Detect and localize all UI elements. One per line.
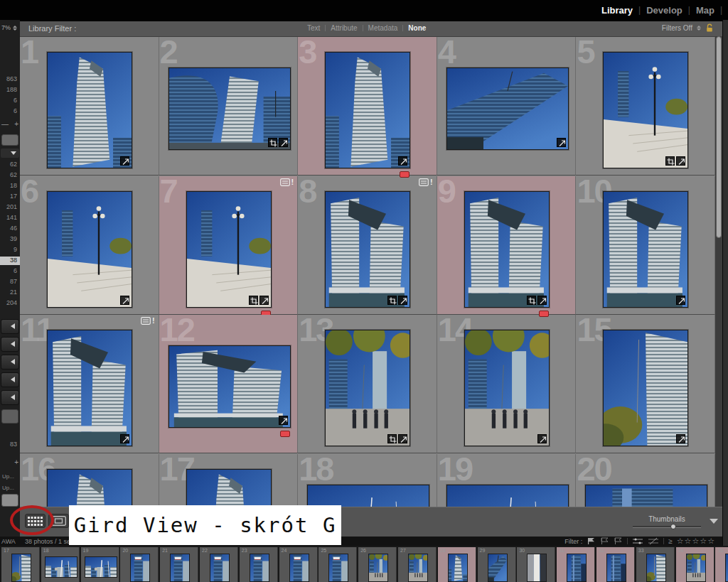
folder-count[interactable]: 62 xyxy=(1,161,17,169)
folder-count[interactable]: 46 xyxy=(1,225,17,233)
red-color-label[interactable] xyxy=(280,431,290,437)
adjustment-badge-icon[interactable] xyxy=(537,296,547,305)
filter-option-text[interactable]: Text xyxy=(307,24,320,32)
filmstrip-thumbnail[interactable] xyxy=(250,554,269,582)
grid-cell-15[interactable]: 15 xyxy=(576,315,715,453)
photo-thumbnail[interactable] xyxy=(168,68,291,150)
metadata-warning-badges[interactable]: ! xyxy=(280,178,294,186)
publish-panel-header[interactable]: + xyxy=(1,458,18,466)
filmstrip-cell-33[interactable]: 33 xyxy=(636,547,675,582)
grid-cell-20[interactable]: 20 xyxy=(576,454,715,508)
folder-disclosure-row[interactable] xyxy=(1,149,19,158)
filmstrip-cell-22[interactable]: 22 xyxy=(200,547,238,582)
crop-badge-icon[interactable] xyxy=(387,434,397,443)
grid-cell-5[interactable]: 5 xyxy=(576,37,715,176)
filmstrip-cell-20[interactable]: 20 xyxy=(120,547,159,582)
collapsed-panel-arrow-button[interactable] xyxy=(1,390,19,405)
crop-badge-icon[interactable] xyxy=(527,296,536,305)
grid-cell-12[interactable]: 12 xyxy=(159,315,299,453)
filmstrip-thumbnail[interactable] xyxy=(725,554,728,582)
edits-filter-off-icon[interactable] xyxy=(648,537,659,545)
filmstrip-cell-25[interactable]: 25 xyxy=(318,547,357,582)
filmstrip-cell-29[interactable]: 29 xyxy=(478,547,516,582)
filmstrip-thumbnail[interactable] xyxy=(85,556,117,578)
grid-cell-17[interactable]: 17 xyxy=(159,454,299,508)
adjustment-badge-icon[interactable] xyxy=(398,296,407,305)
photo-thumbnail[interactable] xyxy=(446,485,569,508)
photo-thumbnail[interactable] xyxy=(307,485,429,508)
grid-scrollbar[interactable] xyxy=(715,36,722,507)
photo-thumbnail[interactable] xyxy=(325,52,410,168)
grid-cell-8[interactable]: 8! xyxy=(298,176,437,315)
adjustment-badge-icon[interactable] xyxy=(676,434,685,443)
volume-bar[interactable] xyxy=(1,134,18,146)
filter-option-metadata[interactable]: Metadata xyxy=(368,24,398,32)
folder-count[interactable]: 18 xyxy=(1,182,17,190)
module-develop[interactable]: Develop xyxy=(646,5,682,16)
grid-cell-16[interactable]: 16 xyxy=(20,454,159,508)
thumbnails-slider[interactable]: Thumbnails xyxy=(633,515,701,528)
folder-row-selected[interactable]: 38 xyxy=(0,257,20,265)
filmstrip-cell-30[interactable]: 30 xyxy=(517,547,555,582)
filmstrip-thumbnail[interactable] xyxy=(527,554,547,582)
filters-off-dropdown[interactable]: Filters Off xyxy=(662,24,692,32)
folders-panel-header[interactable]: —+ xyxy=(1,120,18,128)
filter-option-none[interactable]: None xyxy=(408,24,426,32)
metadata-warning-badges[interactable]: ! xyxy=(419,178,433,186)
photo-thumbnail[interactable] xyxy=(603,52,688,168)
folder-count[interactable]: 17 xyxy=(1,193,17,201)
flag-pick-icon[interactable] xyxy=(587,537,596,545)
crop-badge-icon[interactable] xyxy=(249,296,258,305)
grid-cell-19[interactable]: 19 xyxy=(437,454,577,508)
grid-cell-3[interactable]: 3 xyxy=(298,37,437,176)
filmstrip-cell-26[interactable]: 26 xyxy=(358,547,397,582)
filmstrip-cell-17[interactable]: 17 xyxy=(1,547,40,582)
star-rating-filter[interactable]: ☆☆☆☆☆ xyxy=(677,537,715,545)
filmstrip-thumbnail[interactable] xyxy=(11,554,31,582)
filmstrip-cell-21[interactable]: 21 xyxy=(160,547,198,582)
folder-count[interactable]: 201 xyxy=(1,203,17,212)
grid-cell-11[interactable]: 11! xyxy=(20,315,159,453)
module-map[interactable]: Map xyxy=(696,5,714,16)
adjustment-badge-icon[interactable] xyxy=(398,434,407,443)
adjustment-badge-icon[interactable] xyxy=(676,156,685,166)
collapsed-panel-arrow-button[interactable] xyxy=(1,337,19,352)
grid-cell-4[interactable]: 4 xyxy=(437,37,577,176)
folder-count[interactable]: 9 xyxy=(1,246,17,254)
photo-thumbnail[interactable] xyxy=(47,330,132,446)
thumbnails-slider-track[interactable] xyxy=(633,526,701,528)
filmstrip-thumbnail[interactable] xyxy=(686,554,706,582)
filmstrip-cell-31[interactable]: 31 xyxy=(557,547,595,582)
adjustment-badge-icon[interactable] xyxy=(676,296,685,305)
folder-count[interactable]: 141 xyxy=(1,214,17,222)
rating-ge-icon[interactable]: ≥ xyxy=(668,537,673,545)
filmstrip-cell-24[interactable]: 24 xyxy=(279,547,318,582)
filmstrip-thumbnail[interactable] xyxy=(130,554,150,582)
filmstrip-cell-34[interactable]: 34 xyxy=(676,547,714,582)
photo-thumbnail[interactable] xyxy=(325,330,410,446)
open-padlock-icon[interactable] xyxy=(705,23,714,33)
photo-thumbnail[interactable] xyxy=(186,469,272,508)
collapsed-panel-arrow-button[interactable] xyxy=(1,372,19,387)
folder-count[interactable]: 39 xyxy=(1,235,17,244)
photo-thumbnail[interactable] xyxy=(47,191,132,308)
grid-cell-13[interactable]: 13 xyxy=(298,315,437,453)
adjustment-badge-icon[interactable] xyxy=(279,416,288,425)
edits-filter-icon[interactable] xyxy=(632,537,643,545)
thumbnails-slider-knob[interactable] xyxy=(670,524,676,529)
grid-cell-18[interactable]: 18 xyxy=(298,454,437,508)
adjustment-badge-icon[interactable] xyxy=(120,434,129,443)
crop-badge-icon[interactable] xyxy=(387,296,397,305)
adjustment-badge-icon[interactable] xyxy=(398,156,407,166)
publish-service-item[interactable]: Up... xyxy=(2,485,14,491)
adjustment-badge-icon[interactable] xyxy=(120,156,129,166)
filmstrip-cell-32[interactable]: 32 xyxy=(596,547,635,582)
filmstrip-cell-28[interactable]: 28 xyxy=(438,547,476,582)
filmstrip-thumbnail[interactable] xyxy=(408,554,428,582)
filmstrip-thumbnail[interactable] xyxy=(567,554,587,582)
toolbar-options-chevron-icon[interactable] xyxy=(710,519,718,524)
photo-thumbnail[interactable] xyxy=(603,330,688,446)
metadata-warning-badges[interactable]: ! xyxy=(141,317,155,325)
grid-cell-10[interactable]: 10 xyxy=(576,176,715,315)
photo-thumbnail[interactable] xyxy=(464,191,550,308)
